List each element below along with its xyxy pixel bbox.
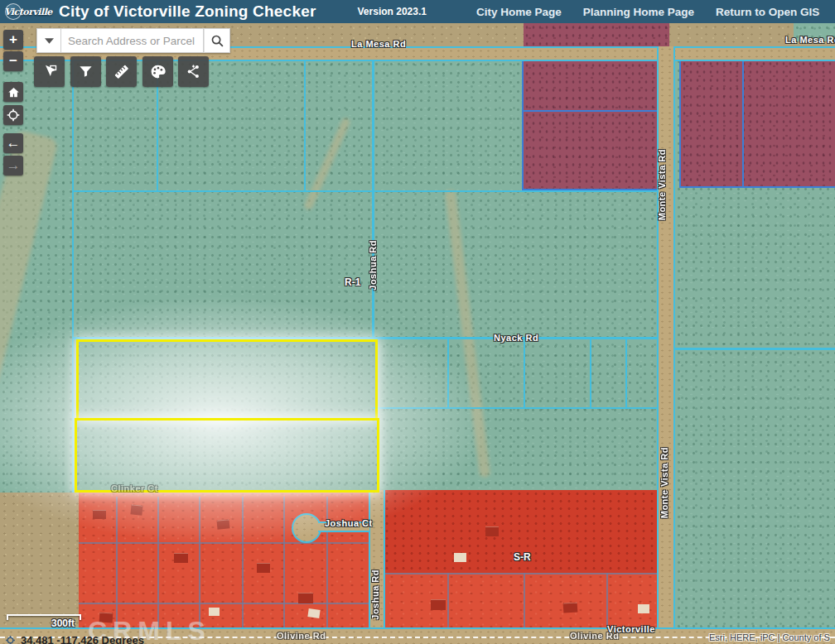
road-joshua-south xyxy=(369,490,385,644)
filter-funnel-icon xyxy=(78,64,94,79)
logo-script-text: Victorville xyxy=(4,7,52,17)
road-label-la-mesa-east: La Mesa Rd xyxy=(785,35,835,45)
selected-parcel-north[interactable] xyxy=(76,339,378,421)
parcel-line xyxy=(524,338,525,409)
parcel-line xyxy=(590,338,591,409)
building xyxy=(217,519,230,529)
zone-maroon-left-block xyxy=(522,51,663,190)
lot-line xyxy=(326,497,328,629)
selected-parcel-south[interactable] xyxy=(75,418,379,493)
parcel-line xyxy=(73,190,657,192)
lot-line xyxy=(157,497,159,629)
locate-button[interactable] xyxy=(3,105,23,125)
home-extent-button[interactable] xyxy=(3,82,23,102)
filter-tool-button[interactable] xyxy=(70,56,101,87)
zone-label-r1: R-1 xyxy=(345,276,360,288)
parcel-line xyxy=(373,407,657,409)
nav-return-open-gis[interactable]: Return to Open GIS xyxy=(716,6,819,18)
road-label-monte-vista-north: Monte Vista Rd xyxy=(657,149,667,220)
building xyxy=(298,593,313,603)
search-source-dropdown[interactable] xyxy=(36,28,61,53)
place-label-victorville: Victorville xyxy=(607,624,655,634)
back-extent-button[interactable]: ← xyxy=(3,133,23,153)
road-label-joshua-ct: Joshua Ct xyxy=(325,518,373,528)
map-attribution: Esri, HERE, iPC | County of S xyxy=(709,632,830,642)
building xyxy=(485,526,499,536)
measure-tool-button[interactable] xyxy=(106,56,137,87)
road-joshua-ct-circle xyxy=(292,513,321,543)
parcel-line xyxy=(625,338,627,409)
building xyxy=(454,553,466,562)
forward-extent-button[interactable]: → xyxy=(3,156,23,175)
road-nyack-line-east xyxy=(675,348,835,350)
building xyxy=(307,608,320,618)
building xyxy=(209,608,220,616)
coordinates-crosshair-icon xyxy=(5,635,16,644)
road-label-nyack: Nyack Rd xyxy=(494,333,538,343)
share-tool-button[interactable] xyxy=(178,56,209,87)
zone-maroon-top xyxy=(524,23,669,46)
lot-line xyxy=(383,573,669,574)
coordinates-readout: 34.481 -117.426 Degrees xyxy=(5,634,144,644)
palette-icon xyxy=(149,63,167,80)
lot-line xyxy=(447,573,449,627)
parcel-line xyxy=(522,110,663,112)
map-canvas[interactable]: La Mesa Rd La Mesa Rd Nyack Rd Joshua Rd… xyxy=(0,23,835,644)
zoom-out-button[interactable]: − xyxy=(3,51,23,71)
ruler-icon xyxy=(113,63,130,80)
chevron-down-icon xyxy=(45,38,54,44)
back-arrow-icon: ← xyxy=(7,135,21,151)
share-icon xyxy=(186,64,201,79)
zone-label-sr: S-R xyxy=(514,551,531,563)
road-label-la-mesa: La Mesa Rd xyxy=(351,39,406,49)
building xyxy=(93,510,106,519)
search-bar xyxy=(36,28,230,53)
lot-line xyxy=(199,497,200,629)
zone-maroon-right-block xyxy=(679,50,835,188)
zoom-in-button[interactable]: + xyxy=(3,30,23,50)
lot-line xyxy=(524,573,525,627)
select-tool-button[interactable] xyxy=(34,56,65,87)
road-label-monte-vista-south: Monte Vista Rd xyxy=(659,447,669,518)
building xyxy=(431,599,446,610)
map-toolbar xyxy=(34,56,209,87)
road-monte-vista xyxy=(657,46,675,644)
search-input[interactable] xyxy=(61,28,204,53)
plus-icon: + xyxy=(9,31,17,48)
page-title: City of Victorville Zoning Checker xyxy=(59,2,316,21)
search-button[interactable] xyxy=(204,28,230,53)
home-icon xyxy=(7,86,20,99)
lot-line xyxy=(606,573,608,627)
parcel-line xyxy=(447,338,449,409)
road-label-joshua-north: Joshua Rd xyxy=(368,240,378,291)
road-label-olivine-west: Olivine Rd xyxy=(277,631,326,641)
search-icon xyxy=(210,34,224,48)
forward-arrow-icon: → xyxy=(7,157,21,174)
road-label-joshua-south: Joshua Rd xyxy=(370,570,380,620)
app-header: Victorville City of Victorville Zoning C… xyxy=(0,0,835,23)
building xyxy=(257,563,270,573)
nav-city-home-page[interactable]: City Home Page xyxy=(476,6,562,18)
victorville-logo: Victorville xyxy=(4,7,52,17)
header-nav: City Home Page Planning Home Page Return… xyxy=(476,6,819,18)
building xyxy=(174,553,188,563)
parcel-line xyxy=(742,50,744,188)
scale-label: 300ft xyxy=(51,618,75,629)
minus-icon: − xyxy=(9,53,17,70)
parcel-line xyxy=(72,61,74,493)
building xyxy=(563,602,578,613)
lot-line xyxy=(79,542,369,544)
road-label-faint-ct: Clinker Ct xyxy=(111,483,158,493)
building xyxy=(638,604,649,613)
road-joshua-line xyxy=(372,61,374,338)
coordinates-text: 34.481 -117.426 Degrees xyxy=(21,634,144,644)
lot-line xyxy=(283,497,285,629)
building xyxy=(130,504,142,515)
parcel-line xyxy=(304,61,306,192)
draw-tool-button[interactable] xyxy=(142,56,173,87)
crosshair-icon xyxy=(7,108,20,122)
version-badge: Version 2023.1 xyxy=(358,6,427,17)
lot-line xyxy=(79,603,369,604)
nav-planning-home-page[interactable]: Planning Home Page xyxy=(583,6,694,18)
select-cursor-icon xyxy=(41,64,58,80)
